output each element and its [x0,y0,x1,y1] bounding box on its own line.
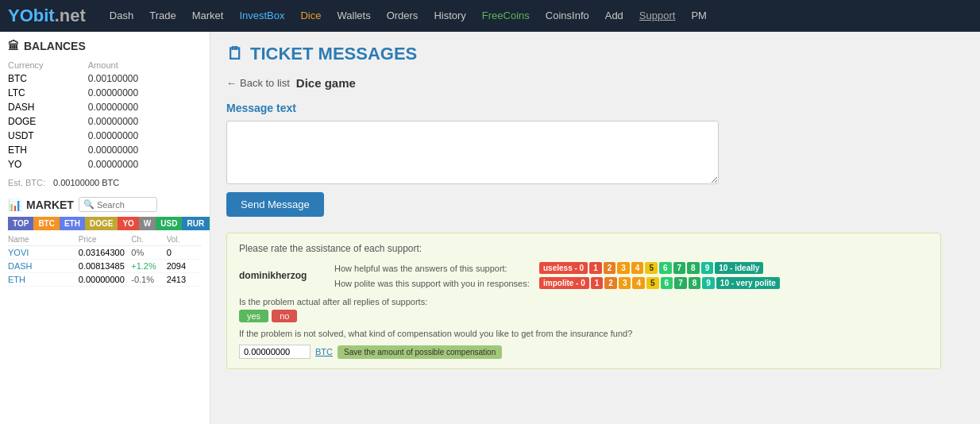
rating-button-q1[interactable]: 7 [673,262,686,274]
market-header: 📊 MARKET 🔍 [8,197,202,212]
rating-button-q1[interactable]: 9 [701,262,714,274]
search-icon: 🔍 [83,199,95,210]
rating-button-q2[interactable]: 4 [632,277,645,289]
market-tab-btc[interactable]: BTC [33,217,60,230]
nav-history[interactable]: History [426,0,473,32]
market-row[interactable]: YOVI0.031643000%0 [8,246,202,260]
nav-freecoins[interactable]: FreeCoins [474,0,538,32]
rating-button-q1[interactable]: useless - 0 [539,262,588,274]
market-row-change: 0% [131,248,166,257]
market-row-change: +1.2% [131,261,166,271]
market-tab-usd[interactable]: USD [156,217,182,230]
rating-button-q2[interactable]: 1 [591,277,604,289]
rating-button-q2[interactable]: 6 [661,277,673,289]
balance-amount: 0.00000000 [88,114,202,129]
col-currency: Currency [8,59,88,71]
yes-no-buttons: yes no [239,310,928,322]
navbar: YObit.net Dash Trade Market InvestBox Di… [0,0,980,32]
market-row[interactable]: ETH0.00000000-0.1%2413 [8,273,202,287]
balance-currency: YO [8,157,88,172]
problem-section: Is the problem actual after all replies … [239,297,928,322]
rating-button-q2[interactable]: 7 [674,277,687,289]
balance-row: YO0.00000000 [8,157,202,172]
market-row-price: 0.03164300 [79,248,132,257]
rating-button-q2[interactable]: 10 - very polite [716,277,780,289]
rating-button-q1[interactable]: 10 - ideally [715,262,763,274]
market-row-name: ETH [8,275,79,284]
back-arrow-icon: ← [226,77,237,89]
market-tab-rur[interactable]: RUR [182,217,209,230]
market-tab-doge[interactable]: DOGE [85,217,118,230]
nav-orders[interactable]: Orders [379,0,426,32]
page-title: 🗒 TICKET MESSAGES [226,44,964,64]
logo[interactable]: YObit.net [8,6,86,26]
rating-panel-title: Please rate the assistance of each suppo… [239,243,928,254]
compensation-save-button[interactable]: Save the amount of possible compensation [338,345,502,359]
nav-dice[interactable]: Dice [292,0,329,32]
nav-wallets[interactable]: Wallets [330,0,379,32]
rating-button-q1[interactable]: 2 [604,262,616,274]
balance-amount: 0.00100000 [88,71,202,86]
balance-currency: ETH [8,143,88,157]
rating-q1-text: How helpful was the answers of this supp… [334,264,533,273]
rating-button-q2[interactable]: 8 [689,277,701,289]
market-tabs: TOP BTC ETH DOGE YO W USD RUR USDT [8,217,202,230]
search-box[interactable]: 🔍 [79,197,157,212]
balances-icon: 🏛 [8,40,19,52]
nav-trade[interactable]: Trade [141,0,183,32]
compensation-section: If the problem is not solved, what kind … [239,329,928,338]
nav-support[interactable]: Support [631,0,684,32]
rating-button-q1[interactable]: 3 [617,262,630,274]
search-input[interactable] [97,200,152,210]
col-ch: Ch. [131,235,166,244]
nav-market[interactable]: Market [184,0,232,32]
message-label: Message text [226,102,964,114]
balance-amount: 0.00000000 [88,143,202,157]
rating-button-q2[interactable]: 5 [646,277,659,289]
market-tab-yo[interactable]: YO [118,217,138,230]
compensation-question: If the problem is not solved, what kind … [239,329,632,338]
balance-row: BTC0.00100000 [8,71,202,86]
market-tab-eth[interactable]: ETH [60,217,85,230]
rating-button-q1[interactable]: 8 [687,262,700,274]
rating-button-q1[interactable]: 1 [589,262,602,274]
rating-panel: Please rate the assistance of each suppo… [226,233,941,369]
market-row-price: 0.00000000 [79,275,132,284]
rating-button-q2[interactable]: 9 [702,277,715,289]
balance-currency: BTC [8,71,88,86]
compensation-input[interactable] [239,345,311,359]
est-btc: Est. BTC: 0.00100000 BTC [8,178,202,187]
rating-button-q1[interactable]: 6 [659,262,672,274]
send-message-button[interactable]: Send Message [226,192,324,217]
logo-yo: YO [8,6,33,25]
market-tab-top[interactable]: TOP [8,217,33,230]
rating-button-q2[interactable]: 3 [619,277,631,289]
col-price: Price [79,235,132,244]
back-to-list-link[interactable]: ← Back to list [226,77,290,89]
col-amount: Amount [88,59,202,71]
market-tab-w[interactable]: W [139,217,156,230]
no-button[interactable]: no [272,310,297,322]
message-textarea[interactable] [226,121,719,184]
rating-button-q2[interactable]: 2 [604,277,617,289]
balance-amount: 0.00000000 [88,129,202,143]
compensation-currency[interactable]: BTC [315,347,333,357]
nav-coinsinfo[interactable]: CoinsInfo [538,0,597,32]
nav-dash[interactable]: Dash [102,0,141,32]
nav-investbox[interactable]: InvestBox [231,0,292,32]
rating-q2-buttons: impolite - 012345678910 - very polite [539,277,780,289]
balance-row: DASH0.00000000 [8,100,202,114]
market-row[interactable]: DASH0.00813485+1.2%2094 [8,260,202,273]
yes-button[interactable]: yes [239,310,268,322]
nav-pm[interactable]: PM [683,0,715,32]
balance-currency: LTC [8,86,88,100]
nav-add[interactable]: Add [597,0,631,32]
market-row-change: -0.1% [131,275,166,284]
rating-button-q1[interactable]: 4 [631,262,644,274]
market-list-header: Name Price Ch. Vol. [8,233,202,246]
balances-table: Currency Amount BTC0.00100000LTC0.000000… [8,59,202,172]
market-row-vol: 0 [167,248,202,257]
rating-button-q2[interactable]: impolite - 0 [539,277,589,289]
main-content: 🗒 TICKET MESSAGES ← Back to list Dice ga… [210,32,980,424]
rating-button-q1[interactable]: 5 [645,262,658,274]
